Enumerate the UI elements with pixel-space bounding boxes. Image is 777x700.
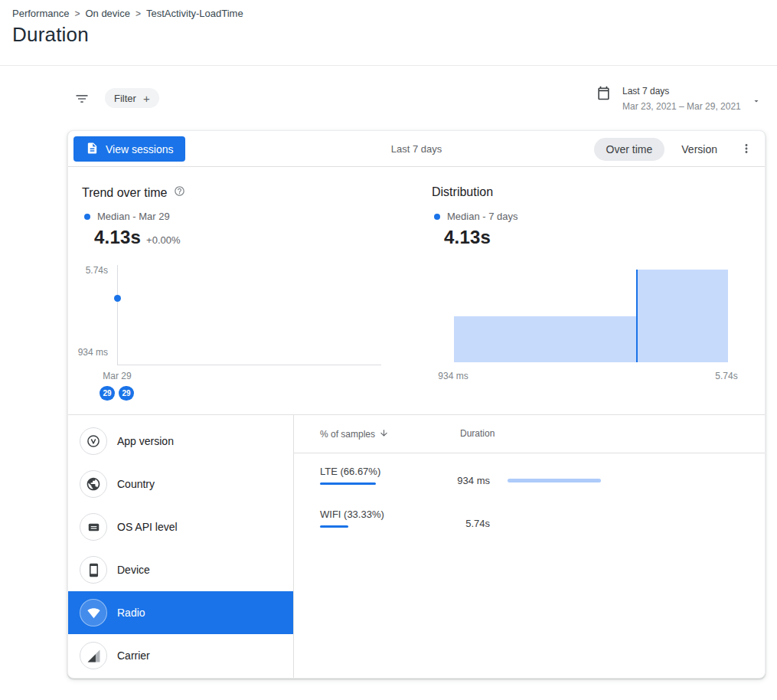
trend-data-point bbox=[114, 295, 121, 302]
distribution-median-value: 4.13s bbox=[444, 227, 491, 248]
globe-icon bbox=[80, 470, 107, 498]
row-label: WIFI (33.33%) bbox=[320, 509, 384, 520]
arrow-down-icon bbox=[379, 428, 389, 440]
tab-version[interactable]: Version bbox=[669, 138, 730, 161]
x-axis-line bbox=[117, 365, 381, 365]
sidebar-item-label: Device bbox=[117, 564, 150, 576]
percent-underline bbox=[320, 525, 348, 528]
device-icon bbox=[80, 556, 107, 584]
slider-handle-end[interactable]: 29 bbox=[119, 386, 134, 401]
date-picker-range: Mar 23, 2021 – Mar 29, 2021 bbox=[622, 101, 741, 112]
cell-signal-icon bbox=[80, 642, 107, 669]
sidebar-item-carrier[interactable]: Carrier bbox=[68, 634, 293, 677]
table-row-lte[interactable]: LTE (66.67%) 934 ms bbox=[294, 453, 765, 496]
wifi-icon bbox=[80, 599, 107, 626]
help-circle-icon[interactable] bbox=[174, 185, 185, 200]
chevron-down-icon[interactable] bbox=[752, 95, 761, 109]
column-samples-label: % of samples bbox=[320, 429, 375, 440]
breadcrumb-performance[interactable]: Performance bbox=[12, 8, 69, 19]
date-picker-text: Last 7 days Mar 23, 2021 – Mar 29, 2021 bbox=[622, 86, 741, 112]
filter-chip[interactable]: Filter + bbox=[105, 88, 159, 108]
sidebar-item-radio[interactable]: Radio bbox=[68, 591, 293, 634]
distribution-legend-label: Median - 7 days bbox=[447, 211, 518, 222]
sidebar-item-label: Carrier bbox=[117, 649, 150, 662]
distribution-title: Distribution bbox=[432, 185, 493, 199]
y-axis-line bbox=[117, 265, 118, 365]
document-icon bbox=[86, 142, 99, 157]
row-label: LTE (66.67%) bbox=[320, 466, 380, 477]
trend-median-value: 4.13s bbox=[94, 227, 141, 248]
legend-dot-icon bbox=[434, 214, 440, 220]
table-row-wifi[interactable]: WIFI (33.33%) 5.74s bbox=[294, 496, 765, 539]
row-duration-value: 934 ms bbox=[401, 475, 490, 486]
card-header: View sessions Last 7 days Over time Vers… bbox=[68, 131, 765, 167]
sidebar-item-label: Radio bbox=[117, 607, 145, 619]
plus-icon: + bbox=[143, 93, 150, 104]
trend-title: Trend over time bbox=[82, 185, 185, 200]
trend-delta: +0.00% bbox=[146, 234, 180, 246]
breadcrumb-trace-name[interactable]: TestActivity-LoadTime bbox=[146, 8, 243, 19]
sidebar-item-device[interactable]: Device bbox=[68, 548, 293, 591]
breakdown-section: App version Country OS API level Device bbox=[68, 414, 765, 679]
breadcrumb-separator: > bbox=[74, 8, 80, 19]
date-range-slider: 29 29 bbox=[100, 386, 134, 401]
row-duration-value: 5.74s bbox=[401, 518, 490, 529]
trend-legend-label: Median - Mar 29 bbox=[97, 211, 170, 222]
percent-underline bbox=[320, 482, 376, 485]
view-mode-tabs: Over time Version bbox=[594, 131, 730, 167]
breakdown-sidebar: App version Country OS API level Device bbox=[68, 415, 294, 679]
os-api-icon bbox=[80, 513, 107, 541]
trend-value: 4.13s +0.00% bbox=[94, 227, 181, 248]
sidebar-item-app-version[interactable]: App version bbox=[68, 420, 293, 463]
table-header: % of samples Duration bbox=[294, 415, 765, 453]
legend-dot-icon bbox=[84, 214, 90, 220]
column-header-samples[interactable]: % of samples bbox=[320, 428, 389, 440]
distribution-histogram bbox=[454, 270, 728, 362]
page-title: Duration bbox=[12, 23, 89, 47]
sidebar-item-label: App version bbox=[117, 435, 174, 447]
kebab-menu-icon[interactable] bbox=[737, 142, 756, 157]
breadcrumb-on-device[interactable]: On device bbox=[85, 8, 130, 19]
histogram-max-label: 5.74s bbox=[704, 371, 749, 381]
median-line bbox=[636, 270, 638, 362]
duration-card: View sessions Last 7 days Over time Vers… bbox=[67, 130, 766, 679]
histogram-min-label: 934 ms bbox=[430, 371, 476, 381]
sidebar-item-label: Country bbox=[117, 478, 155, 490]
filter-chip-label: Filter bbox=[114, 93, 136, 104]
column-header-duration: Duration bbox=[460, 428, 495, 439]
date-range-picker[interactable]: Last 7 days Mar 23, 2021 – Mar 29, 2021 bbox=[596, 86, 741, 112]
breadcrumb: Performance > On device > TestActivity-L… bbox=[12, 8, 243, 19]
date-picker-label: Last 7 days bbox=[622, 86, 741, 96]
tab-over-time[interactable]: Over time bbox=[594, 138, 665, 161]
sidebar-item-label: OS API level bbox=[117, 521, 178, 533]
y-axis-max-label: 5.74s bbox=[68, 265, 108, 276]
trend-title-text: Trend over time bbox=[82, 186, 167, 200]
breadcrumb-separator: > bbox=[135, 8, 141, 19]
view-sessions-label: View sessions bbox=[106, 143, 173, 155]
app-version-icon bbox=[80, 427, 107, 455]
sidebar-item-country[interactable]: Country bbox=[68, 463, 293, 505]
trend-legend: Median - Mar 29 bbox=[84, 211, 170, 222]
charts-section: Trend over time Median - Mar 29 4.13s +0… bbox=[68, 167, 765, 414]
histogram-bar bbox=[454, 316, 637, 363]
duration-bar bbox=[508, 479, 601, 482]
view-sessions-button[interactable]: View sessions bbox=[73, 136, 185, 162]
sidebar-item-os-api-level[interactable]: OS API level bbox=[68, 505, 293, 548]
histogram-bar bbox=[637, 270, 728, 362]
breakdown-table: % of samples Duration LTE (66.67%) 934 m… bbox=[294, 415, 765, 679]
slider-handle-start[interactable]: 29 bbox=[100, 386, 115, 401]
calendar-icon bbox=[596, 86, 611, 112]
distribution-legend: Median - 7 days bbox=[434, 211, 518, 222]
filter-lines-icon[interactable] bbox=[74, 91, 90, 106]
y-axis-min-label: 934 ms bbox=[68, 347, 108, 358]
x-axis-date-label: Mar 29 bbox=[94, 371, 140, 381]
header-divider bbox=[0, 65, 777, 66]
distribution-value: 4.13s bbox=[444, 227, 491, 248]
